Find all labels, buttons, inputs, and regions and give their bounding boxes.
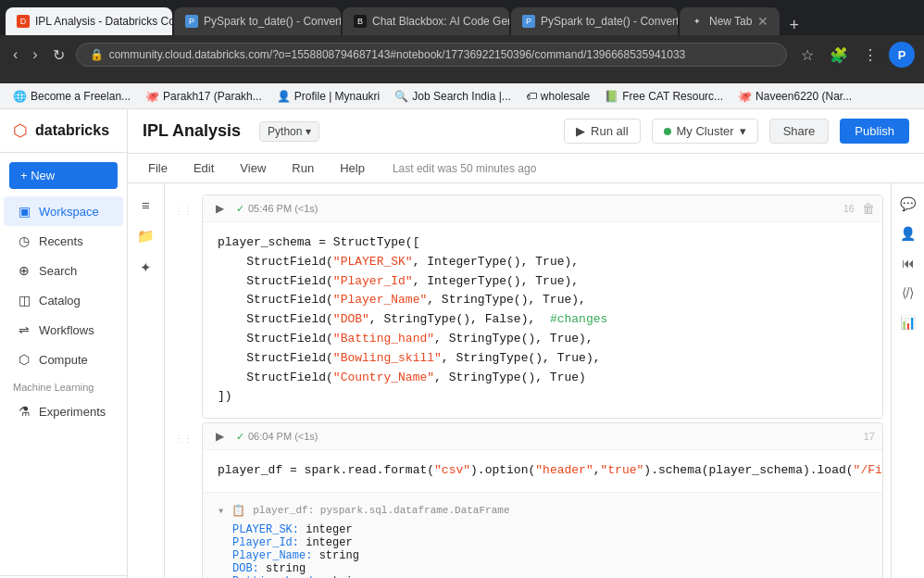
menu-button[interactable]: ⋮ [857,42,883,68]
share-button[interactable]: Share [769,119,830,144]
rail-sparkle-icon[interactable]: ✦ [132,254,160,282]
databricks-logo-icon: ⬡ [13,120,28,141]
github-icon-2: 🐙 [738,90,752,103]
rail-folder-icon[interactable]: 📁 [132,222,160,250]
language-selector[interactable]: Python ▾ [259,121,319,142]
databricks-logo-text: databricks [35,122,109,139]
sidebar-item-label: Catalog [39,294,81,308]
browser-chrome: D IPL Analysis - Databricks Co... ✕ P Py… [0,0,924,83]
cell-number-2: 17 [864,431,875,442]
sidebar-item-label: Recents [39,234,83,248]
rail-table-icon[interactable]: ≡ [132,191,160,219]
sidebar-item-catalog[interactable]: ◫ Catalog [4,285,123,315]
sidebar-item-label: Workflows [39,323,94,337]
new-tab-button[interactable]: + [781,16,806,35]
bookmark-jobsearch[interactable]: 🔍 Job Search India |... [391,88,515,105]
menu-bar: File Edit View Run Help Last edit was 50… [128,154,924,183]
newtab-favicon: ✦ [691,15,704,28]
chart-icon[interactable]: 📊 [895,309,921,335]
new-button[interactable]: + New [9,162,118,189]
cell-status-1: ✓ 05:46 PM (<1s) [236,203,318,215]
bookmark-naveen[interactable]: 🐙 Naveen6220 (Nar... [734,88,855,105]
cell-gutter-2: ⋮⋮ [165,422,202,578]
profile-button[interactable]: P [889,42,915,68]
back-button[interactable]: ‹ [9,43,21,67]
output-field-2: Player_Id: integer [218,536,868,549]
cell-run-button-2[interactable]: ▶ [210,427,229,446]
tab-close-btn[interactable]: ✕ [757,14,768,29]
lock-icon: 🔒 [90,48,104,61]
menu-help[interactable]: Help [334,157,370,179]
pyspark-favicon: P [522,15,535,28]
output-toggle-btn[interactable]: ▾ [218,504,224,518]
sidebar-item-workspace[interactable]: ▣ Workspace [4,196,123,226]
sidebar-item-experiments[interactable]: ⚗ Experiments [4,396,123,426]
bookmark-parakh[interactable]: 🐙 Parakh17 (Parakh... [142,88,266,105]
cell-header-1: ▶ ✓ 05:46 PM (<1s) 16 🗑 [203,195,882,222]
sidebar-item-search[interactable]: ⊕ Search [4,256,123,285]
browser-actions: ☆ 🧩 ⋮ P [794,42,915,68]
tab-label: IPL Analysis - Databricks Co... [35,15,172,28]
tab-bar: D IPL Analysis - Databricks Co... ✕ P Py… [0,0,924,35]
main-content: IPL Analysis Python ▾ ▶ Run all My Clust… [128,109,924,578]
tab-blackbox[interactable]: B Chat Blackbox: AI Code Gene... ✕ [343,7,509,35]
cell-gutter-1: ⋮⋮ [165,195,202,419]
cell-drag-handle-2[interactable]: ⋮⋮ [174,434,193,444]
cell-check-icon-2: ✓ [236,431,244,443]
extensions-button[interactable]: 🧩 [826,42,852,68]
code-assist-icon[interactable]: ⟨/⟩ [895,280,921,306]
bookmark-mynaukri[interactable]: 👤 Profile | Mynaukri [273,88,383,105]
left-icon-rail: ≡ 📁 ✦ [128,183,165,578]
tab-databricks[interactable]: D IPL Analysis - Databricks Co... ✕ [6,7,172,35]
sidebar-item-label: Compute [39,353,88,367]
reload-button[interactable]: ↻ [49,43,69,68]
github-icon: 🐙 [145,90,159,103]
bookmark-icon: 🏷 [526,90,537,103]
cell-run-button-1[interactable]: ▶ [210,199,229,218]
cell-header-2: ▶ ✓ 06:04 PM (<1s) 17 [203,423,882,450]
sidebar-item-compute[interactable]: ⬡ Compute [4,345,123,374]
cluster-selector[interactable]: My Cluster ▾ [652,119,758,144]
cell-1: ▶ ✓ 05:46 PM (<1s) 16 🗑 player_schema = … [202,195,883,419]
user-icon[interactable]: 👤 [895,220,921,246]
last-edit-label: Last edit was 50 minutes ago [393,162,536,175]
cell-body-1[interactable]: player_schema = StructType([ StructField… [203,222,882,418]
tab-label: PySpark to_date() - Convert... [541,15,678,28]
address-bar-row: ‹ › ↻ 🔒 community.cloud.databricks.com/?… [0,35,924,74]
tab-newtab[interactable]: ✦ New Tab ✕ [680,7,780,35]
address-bar[interactable]: 🔒 community.cloud.databricks.com/?o=1558… [76,43,787,67]
run-all-label: Run all [591,124,628,138]
menu-file[interactable]: File [143,157,173,179]
cell-2: ▶ ✓ 06:04 PM (<1s) 17 player_df = spark.… [202,422,883,578]
comments-icon[interactable]: 💬 [895,191,921,217]
cell-output-2: ▾ 📋 player_df: pyspark.sql.dataframe.Dat… [203,492,882,578]
bookmark-wholesale[interactable]: 🏷 wholesale [522,88,593,105]
sidebar-item-recents[interactable]: ◷ Recents [4,226,123,256]
forward-button[interactable]: › [29,43,41,67]
bookmarks-bar: 🌐 Become a Freelan... 🐙 Parakh17 (Parakh… [0,83,924,109]
bookmark-cat[interactable]: 📗 Free CAT Resourc... [601,88,727,105]
sidebar-item-workflows[interactable]: ⇌ Workflows [4,315,123,345]
cluster-name-label: My Cluster [677,124,734,138]
history-icon[interactable]: ⏮ [895,250,921,276]
cell-wrapper-2: ⋮⋮ ▶ ✓ 06:04 PM (<1s) 17 player_df = spa… [165,422,891,578]
menu-view[interactable]: View [234,157,271,179]
bookmark-button[interactable]: ☆ [794,42,820,68]
publish-button[interactable]: Publish [840,119,909,144]
menu-edit[interactable]: Edit [188,157,219,179]
cell-body-2[interactable]: player_df = spark.read.format("csv").opt… [203,450,882,492]
cell-check-icon: ✓ [236,203,244,215]
menu-run[interactable]: Run [286,157,319,179]
cell-drag-handle[interactable]: ⋮⋮ [174,206,193,216]
output-field-1: PLAYER_SK: integer [218,523,868,536]
bookmark-freelancer[interactable]: 🌐 Become a Freelan... [9,88,134,105]
cluster-chevron-icon: ▾ [740,124,746,138]
cell-status-2: ✓ 06:04 PM (<1s) [236,431,318,443]
cluster-status-dot [664,128,671,135]
tab-pyspark1[interactable]: P PySpark to_date() - Convert... ✕ [174,7,341,35]
catalog-icon: ◫ [17,293,31,308]
cell-delete-button-1[interactable]: 🗑 [862,201,875,216]
tab-pyspark2[interactable]: P PySpark to_date() - Convert... ✕ [511,7,678,35]
compute-icon: ⬡ [17,352,31,367]
run-all-button[interactable]: ▶ Run all [564,119,640,144]
